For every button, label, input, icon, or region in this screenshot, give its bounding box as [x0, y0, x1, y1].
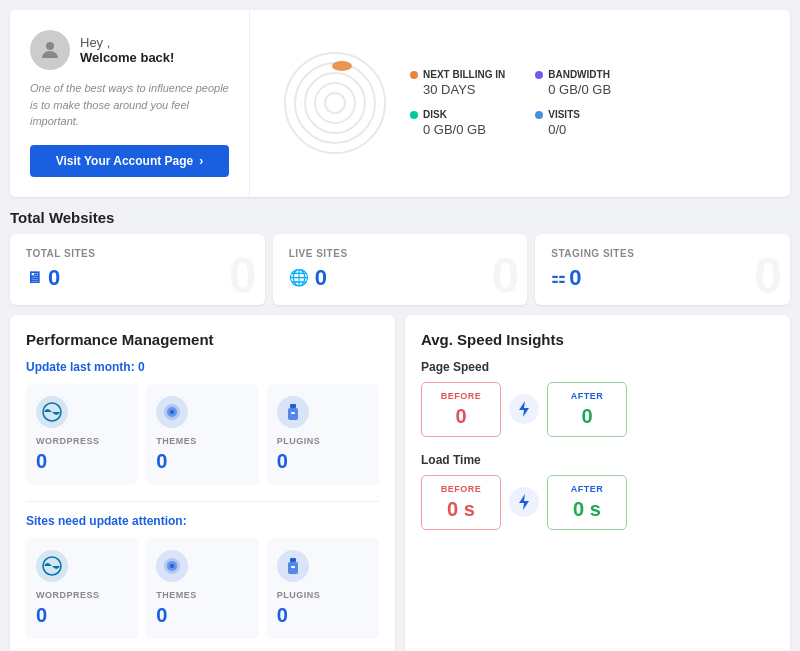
bandwidth-label: BANDWIDTH: [535, 69, 630, 80]
load-before-label: BEFORE: [436, 484, 486, 494]
page-speed-after-card: AFTER 0: [547, 382, 627, 437]
svg-point-0: [46, 42, 54, 50]
themes-icon: [156, 396, 188, 428]
speed-panel: Avg. Speed Insights Page Speed BEFORE 0 …: [405, 315, 790, 652]
staging-sites-value: ⚏ 0: [551, 265, 774, 291]
arrow-icon: ›: [199, 154, 203, 168]
plugins-icon: [277, 396, 309, 428]
load-time-cards: BEFORE 0 s AFTER 0 s: [421, 475, 774, 530]
themes2-icon: [156, 550, 188, 582]
themes2-label: THEMES: [156, 590, 197, 600]
live-sites-label: LIVE SITES: [289, 248, 512, 259]
visit-account-label: Visit Your Account Page: [56, 154, 194, 168]
greeting-line2: Welcome back!: [80, 50, 174, 65]
load-before-card: BEFORE 0 s: [421, 475, 501, 530]
page-speed-after-value: 0: [562, 405, 612, 428]
themes-logo2-icon: [162, 556, 182, 576]
visits-stat: VISITS 0/0: [535, 109, 630, 137]
staging-sites-bg: 0: [754, 251, 782, 301]
stats-panel: NEXT BILLING IN 30 DAYS BANDWIDTH 0 GB/0…: [250, 10, 790, 197]
wordpress-update-value: 0: [36, 450, 47, 473]
total-websites-header: Total Websites: [10, 209, 790, 226]
target-svg: [280, 48, 390, 158]
svg-point-10: [170, 410, 174, 414]
page-speed-before-label: BEFORE: [436, 391, 486, 401]
dashboard: Hey , Welcome back! One of the best ways…: [10, 10, 790, 651]
svg-point-6: [332, 61, 352, 71]
themes-attention-card: THEMES 0: [146, 538, 258, 639]
total-sites-icon: 🖥: [26, 269, 42, 287]
bottom-section: Performance Management Update last month…: [10, 315, 790, 652]
staging-sites-card: STAGING SITES ⚏ 0 0: [535, 234, 790, 305]
visit-account-button[interactable]: Visit Your Account Page ›: [30, 145, 229, 177]
update-last-month-label: Update last month: 0: [26, 360, 379, 374]
welcome-panel: Hey , Welcome back! One of the best ways…: [10, 10, 250, 197]
plugins-attention-card: PLUGINS 0: [267, 538, 379, 639]
themes2-value: 0: [156, 604, 167, 627]
welcome-header: Hey , Welcome back!: [30, 30, 229, 70]
live-sites-card: LIVE SITES 🌐 0 0: [273, 234, 528, 305]
plugins-update-card: PLUGINS 0: [267, 384, 379, 485]
themes-update-value: 0: [156, 450, 167, 473]
blue-dot: [535, 111, 543, 119]
green-dot: [410, 111, 418, 119]
live-sites-value: 🌐 0: [289, 265, 512, 291]
staging-sites-icon: ⚏: [551, 268, 563, 287]
svg-point-4: [315, 83, 355, 123]
load-arrow-icon: [509, 487, 539, 517]
plugins2-icon: [277, 550, 309, 582]
visits-value: 0/0: [535, 122, 630, 137]
svg-rect-18: [290, 558, 296, 562]
wordpress-update-label: WORDPRESS: [36, 436, 100, 446]
disk-label: DISK: [410, 109, 505, 120]
performance-header: Performance Management: [26, 331, 379, 348]
next-billing-value: 30 DAYS: [410, 82, 505, 97]
live-sites-icon: 🌐: [289, 268, 309, 287]
load-after-value: 0 s: [562, 498, 612, 521]
circle-target: [280, 48, 390, 158]
plugins-logo2-icon: [283, 556, 303, 576]
visits-label: VISITS: [535, 109, 630, 120]
plugins-update-label: PLUGINS: [277, 436, 321, 446]
next-billing-label: NEXT BILLING IN: [410, 69, 505, 80]
wordpress-update-card: WORDPRESS 0: [26, 384, 138, 485]
lightning2-icon: [515, 493, 533, 511]
welcome-text: Hey , Welcome back!: [80, 35, 174, 65]
wordpress-attention-card: WORDPRESS 0: [26, 538, 138, 639]
page-speed-cards: BEFORE 0 AFTER 0: [421, 382, 774, 437]
greeting-line1: Hey ,: [80, 35, 174, 50]
plugins2-label: PLUGINS: [277, 590, 321, 600]
svg-point-2: [295, 63, 375, 143]
total-sites-label: TOTAL SITES: [26, 248, 249, 259]
total-sites-value: 🖥 0: [26, 265, 249, 291]
wordpress2-value: 0: [36, 604, 47, 627]
bandwidth-value: 0 GB/0 GB: [535, 82, 630, 97]
avatar: [30, 30, 70, 70]
wordpress2-icon: [36, 550, 68, 582]
plugins2-value: 0: [277, 604, 288, 627]
update-count: 0: [138, 360, 145, 374]
wordpress-icon: [36, 396, 68, 428]
live-sites-bg: 0: [492, 251, 520, 301]
orange-dot: [410, 71, 418, 79]
load-time-label: Load Time: [421, 453, 774, 467]
disk-stat: DISK 0 GB/0 GB: [410, 109, 505, 137]
svg-rect-11: [290, 404, 296, 408]
attention-cards: WORDPRESS 0 THEMES 0: [26, 538, 379, 639]
next-billing-stat: NEXT BILLING IN 30 DAYS: [410, 69, 505, 97]
staging-sites-label: STAGING SITES: [551, 248, 774, 259]
total-sites-bg: 0: [229, 251, 257, 301]
disk-value: 0 GB/0 GB: [410, 122, 505, 137]
page-speed-before-value: 0: [436, 405, 486, 428]
top-section: Hey , Welcome back! One of the best ways…: [10, 10, 790, 197]
svg-rect-20: [291, 566, 295, 568]
load-before-value: 0 s: [436, 498, 486, 521]
page-speed-after-label: AFTER: [562, 391, 612, 401]
update-cards: WORDPRESS 0 THEMES 0: [26, 384, 379, 485]
welcome-quote: One of the best ways to influence people…: [30, 80, 229, 130]
page-speed-before-card: BEFORE 0: [421, 382, 501, 437]
total-sites-card: TOTAL SITES 🖥 0 0: [10, 234, 265, 305]
performance-panel: Performance Management Update last month…: [10, 315, 395, 652]
svg-rect-13: [291, 412, 295, 414]
user-icon: [38, 38, 62, 62]
